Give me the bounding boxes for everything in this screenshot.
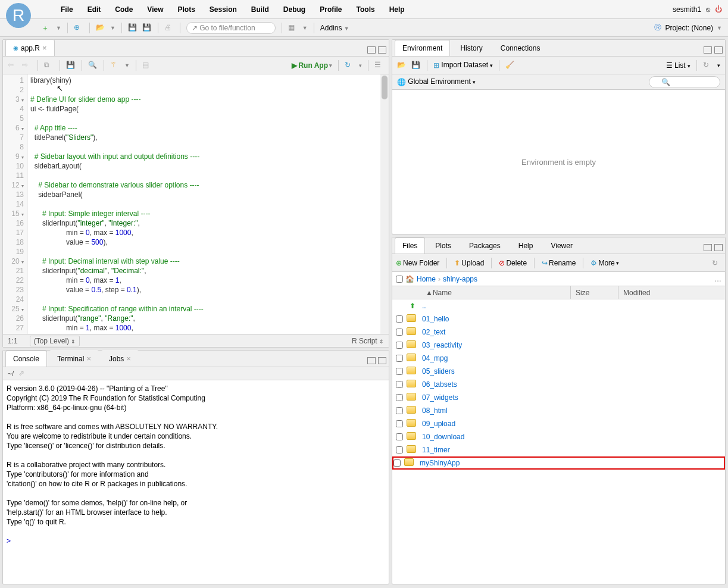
menu-profile[interactable]: Profile xyxy=(320,5,342,14)
crumb-home[interactable]: Home xyxy=(417,275,436,283)
file-row[interactable]: 07_widgets xyxy=(392,391,725,404)
file-checkbox[interactable] xyxy=(393,459,401,467)
select-all-checkbox[interactable] xyxy=(396,276,403,283)
file-row[interactable]: 05_sliders xyxy=(392,365,725,378)
tab-terminal[interactable]: Terminal × xyxy=(49,350,99,367)
close-icon[interactable]: × xyxy=(42,43,47,52)
file-checkbox[interactable] xyxy=(396,355,403,362)
outline-icon[interactable]: ☰ xyxy=(374,61,384,70)
maximize-icon[interactable] xyxy=(378,46,386,54)
save-ws-icon[interactable]: 💾 xyxy=(411,61,421,70)
project-label[interactable]: Project: (None) xyxy=(665,24,713,32)
file-link[interactable]: 11_timer xyxy=(422,446,450,454)
view-mode-button[interactable]: ☰ List ▾ xyxy=(666,61,690,70)
file-link[interactable]: 09_upload xyxy=(422,420,455,428)
file-checkbox[interactable] xyxy=(396,381,403,388)
tab-plots[interactable]: Plots xyxy=(427,237,459,254)
wand-icon[interactable]: ⚚ xyxy=(110,61,120,70)
language-selector[interactable]: R Script ⇕ xyxy=(352,337,384,345)
maximize-icon[interactable] xyxy=(714,244,723,251)
grid-icon[interactable]: ▦ xyxy=(288,23,298,33)
menu-file[interactable]: File xyxy=(61,5,73,14)
file-row[interactable]: 06_tabsets xyxy=(392,378,725,391)
env-search-input[interactable] xyxy=(649,76,720,88)
tab-help[interactable]: Help xyxy=(511,237,541,254)
tab-console[interactable]: Console xyxy=(5,351,47,367)
file-checkbox[interactable] xyxy=(396,368,403,375)
power-icon[interactable]: ⏻ xyxy=(715,5,722,14)
file-link[interactable]: 10_download xyxy=(422,433,464,441)
scrollbar[interactable] xyxy=(380,74,389,334)
file-row[interactable]: myShinyApp xyxy=(392,456,725,470)
save-all-icon[interactable]: 💾 xyxy=(142,23,152,33)
goto-input[interactable]: ↗ Go to file/function xyxy=(186,22,276,34)
tab-jobs[interactable]: Jobs × xyxy=(101,350,139,367)
file-link[interactable]: 04_mpg xyxy=(422,354,448,362)
new-file-icon[interactable]: ＋ xyxy=(42,23,51,33)
menu-help[interactable]: Help xyxy=(389,5,405,14)
file-checkbox[interactable] xyxy=(396,315,403,323)
file-checkbox[interactable] xyxy=(396,394,403,401)
new-folder-button[interactable]: ⊕ New Folder xyxy=(396,259,439,267)
minimize-icon[interactable] xyxy=(704,46,712,54)
tab-history[interactable]: History xyxy=(452,40,490,56)
wd-icon[interactable]: ⇗ xyxy=(18,369,28,379)
console-output[interactable]: R version 3.6.0 (2019-04-26) -- "Plantin… xyxy=(3,380,389,584)
tab-files[interactable]: Files xyxy=(395,237,425,254)
file-link[interactable]: 01_hello xyxy=(422,315,449,323)
minimize-icon[interactable] xyxy=(704,244,712,251)
save-icon[interactable]: 💾 xyxy=(128,23,138,33)
menu-plots[interactable]: Plots xyxy=(177,5,195,14)
file-link[interactable]: 08_html xyxy=(422,406,448,415)
file-checkbox[interactable] xyxy=(396,420,403,427)
file-row[interactable]: 02_text xyxy=(392,326,725,339)
close-icon[interactable]: × xyxy=(126,354,131,363)
minimize-icon[interactable] xyxy=(367,46,376,54)
menu-session[interactable]: Session xyxy=(210,5,237,14)
run-app-button[interactable]: ▶ Run App ▾ xyxy=(292,61,332,70)
home-icon[interactable]: 🏠 xyxy=(405,275,414,283)
file-link[interactable]: 03_reactivity xyxy=(422,341,462,349)
file-row[interactable]: 10_download xyxy=(392,430,725,443)
file-row[interactable]: 08_html xyxy=(392,404,725,417)
reload-icon[interactable]: ↻ xyxy=(345,61,354,70)
maximize-icon[interactable] xyxy=(714,46,723,54)
refresh-files-icon[interactable]: ↻ xyxy=(712,258,721,268)
file-checkbox[interactable] xyxy=(396,329,403,336)
file-link[interactable]: myShinyApp xyxy=(420,459,460,467)
report-icon[interactable]: ▤ xyxy=(142,61,152,70)
rename-button[interactable]: ↪ Rename xyxy=(542,259,576,267)
menu-tools[interactable]: Tools xyxy=(357,5,375,14)
tab-viewer[interactable]: Viewer xyxy=(543,237,580,254)
tab-environment[interactable]: Environment xyxy=(395,40,450,56)
crumb-folder[interactable]: shiny-apps xyxy=(443,275,477,283)
minimize-icon[interactable] xyxy=(367,357,376,364)
close-icon[interactable]: × xyxy=(86,354,91,363)
more-button[interactable]: ⚙ More ▾ xyxy=(590,259,618,267)
menu-debug[interactable]: Debug xyxy=(283,5,305,14)
find-icon[interactable]: 🔍 xyxy=(88,61,98,70)
import-dataset-button[interactable]: ⊞ Import Dataset ▾ xyxy=(433,61,493,70)
file-checkbox[interactable] xyxy=(396,407,403,414)
print-icon[interactable]: 🖨 xyxy=(164,23,174,33)
addins-menu[interactable]: Addins ▼ xyxy=(320,24,349,32)
load-icon[interactable]: 📂 xyxy=(397,61,407,70)
maximize-icon[interactable] xyxy=(378,357,386,364)
tab-packages[interactable]: Packages xyxy=(461,237,508,254)
file-link[interactable]: 06_tabsets xyxy=(422,380,457,389)
open-file-icon[interactable]: 📂 xyxy=(96,23,105,33)
file-row[interactable]: 09_upload xyxy=(392,417,725,430)
menu-view[interactable]: View xyxy=(147,5,163,14)
file-up-row[interactable]: ⬆ .. xyxy=(392,299,725,312)
menu-code[interactable]: Code xyxy=(115,5,133,14)
delete-button[interactable]: ⊘ Delete xyxy=(499,259,527,267)
back-icon[interactable]: ⇦ xyxy=(8,61,17,70)
file-checkbox[interactable] xyxy=(396,446,403,453)
code-editor[interactable]: 123 ▾456 ▾789 ▾101112 ▾131415 ▾161718192… xyxy=(3,74,389,334)
file-checkbox[interactable] xyxy=(396,433,403,440)
upload-button[interactable]: ⬆ Upload xyxy=(454,259,484,267)
file-link[interactable]: 02_text xyxy=(422,328,445,336)
broom-icon[interactable]: 🧹 xyxy=(505,61,515,70)
tab-connections[interactable]: Connections xyxy=(493,40,548,56)
file-row[interactable]: 03_reactivity xyxy=(392,339,725,352)
